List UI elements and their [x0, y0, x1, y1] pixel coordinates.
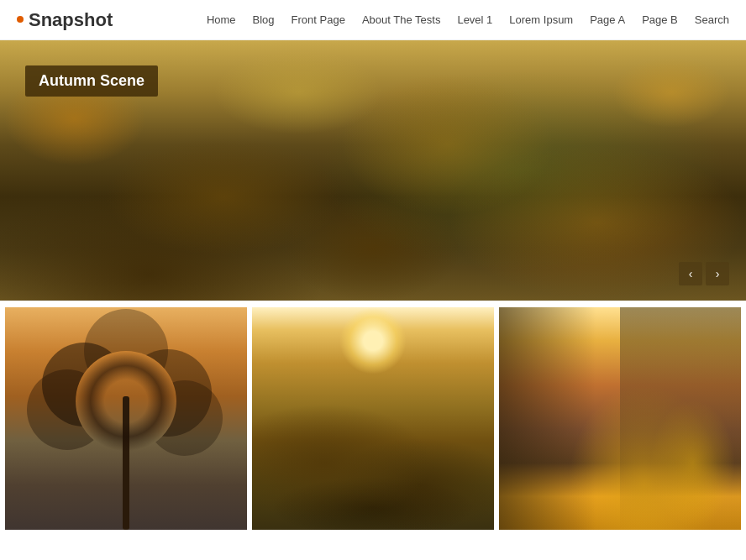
- site-header: Snapshot HomeBlogFront PageAbout The Tes…: [0, 0, 746, 40]
- slideshow-controls: ‹ ›: [679, 262, 729, 285]
- gallery-thumb-1: [5, 307, 247, 530]
- nav-item-front-page[interactable]: Front Page: [292, 13, 345, 26]
- hero-slideshow: Autumn Scene ‹ ›: [0, 40, 746, 301]
- gallery-item-3[interactable]: [499, 307, 741, 530]
- gallery-item-2[interactable]: [252, 307, 494, 530]
- prev-slide-button[interactable]: ‹: [679, 262, 702, 285]
- nav-item-page-a[interactable]: Page A: [590, 13, 625, 26]
- hero-caption: Autumn Scene: [25, 65, 158, 97]
- photo-gallery: [0, 301, 746, 536]
- logo-text: Snapshot: [29, 9, 113, 31]
- gallery-item-1[interactable]: [5, 307, 247, 530]
- nav-item-about-the-tests[interactable]: About The Tests: [362, 13, 440, 26]
- nav-item-page-b[interactable]: Page B: [642, 13, 678, 26]
- nav-item-lorem-ipsum[interactable]: Lorem Ipsum: [509, 13, 573, 26]
- nav-item-blog[interactable]: Blog: [253, 13, 275, 26]
- next-slide-button[interactable]: ›: [706, 262, 729, 285]
- gallery-thumb-2: [252, 307, 494, 530]
- nav-item-search[interactable]: Search: [695, 13, 729, 26]
- gallery-thumb-3: [499, 307, 741, 530]
- site-logo[interactable]: Snapshot: [17, 9, 113, 31]
- logo-dot-icon: [17, 16, 24, 23]
- main-nav: HomeBlogFront PageAbout The TestsLevel 1…: [207, 13, 729, 26]
- nav-item-home[interactable]: Home: [207, 13, 236, 26]
- nav-item-level-1[interactable]: Level 1: [457, 13, 492, 26]
